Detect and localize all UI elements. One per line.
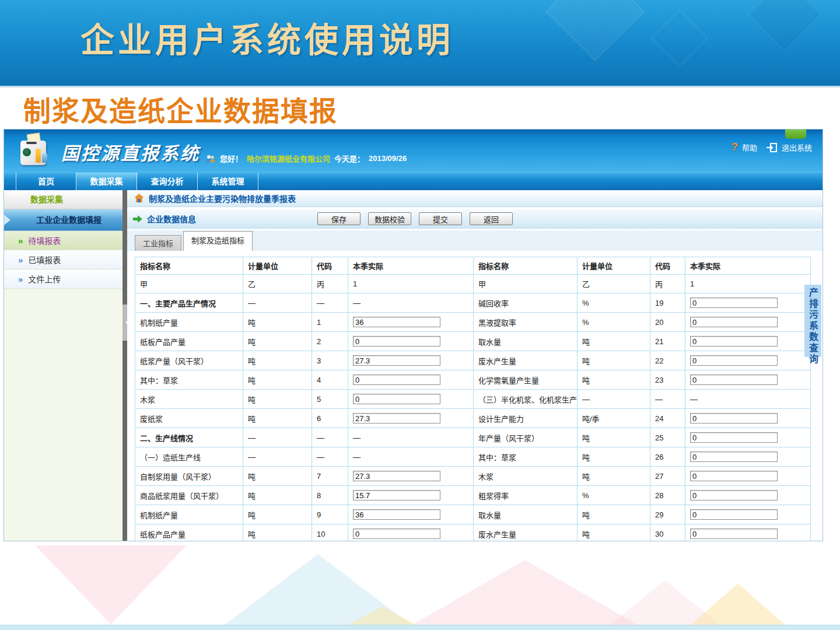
unit-cell: 吨 [578, 428, 650, 447]
quarter-actual-input[interactable] [690, 528, 778, 539]
sidebar-item[interactable]: »待填报表 [4, 231, 123, 250]
col-header: 指标名称 [135, 257, 243, 275]
code-cell: 20 [650, 313, 685, 332]
quarter-actual-cell: — [685, 390, 811, 409]
greeting-label: 您好！ [220, 153, 243, 164]
unit-cell: 吨 [578, 351, 650, 370]
decor-triangle [408, 560, 642, 627]
sidebar-splitter[interactable] [123, 190, 127, 541]
col-subheader: 1 [685, 275, 811, 293]
quarter-actual-input[interactable] [690, 336, 778, 346]
breadcrumb-label: 制浆及造纸企业主要污染物排放量季报表 [149, 192, 296, 204]
quarter-actual-cell [685, 293, 811, 313]
quarter-actual-input[interactable] [690, 471, 778, 481]
slide-subtitle: 制浆及造纸企业数据填报 [23, 89, 338, 129]
company-name: 哈尔滨铭源纸业有限公司 [247, 153, 330, 164]
return-button[interactable]: 返回 [470, 212, 513, 225]
help-link[interactable]: 帮助 [742, 142, 757, 153]
indicator-name-cell: 商品纸浆用量（风干浆） [135, 486, 243, 505]
nav-tab[interactable]: 首页 [16, 173, 76, 190]
unit-cell: 吨 [243, 409, 312, 428]
code-cell: 10 [312, 524, 348, 541]
quarter-actual-input[interactable] [353, 374, 440, 385]
tab-industrial-indicators[interactable]: 工业指标 [135, 235, 181, 251]
save-button[interactable]: 保存 [317, 212, 360, 225]
quarter-actual-input[interactable] [353, 490, 440, 501]
code-cell: 8 [312, 486, 348, 505]
indicator-name-cell: 二、生产线情况 [135, 428, 243, 447]
code-cell: 30 [650, 524, 685, 541]
quarter-actual-input[interactable] [690, 374, 778, 385]
sidebar-item[interactable]: »文件上传 [4, 270, 123, 289]
code-cell: 3 [312, 351, 348, 370]
unit-cell: 吨 [243, 467, 312, 486]
quarter-actual-input[interactable] [353, 471, 440, 481]
quarter-actual-input[interactable] [690, 432, 778, 443]
side-tab-emission-coefficient-query[interactable]: 产排污系数查询 [804, 285, 821, 357]
quarter-actual-input[interactable] [353, 509, 440, 520]
code-cell: 25 [650, 428, 685, 447]
slide-banner: 企业用户系统使用说明 [0, 0, 840, 88]
sidebar-item[interactable]: »已填报表 [4, 250, 123, 270]
tab-pulp-paper-indicators[interactable]: 制浆及造纸指标 [183, 231, 253, 251]
indicator-name-cell: （三）半化机浆、化机浆生产线 [474, 390, 578, 409]
quarter-actual-cell [348, 505, 474, 524]
collapsed-green-button[interactable] [785, 130, 806, 139]
code-cell: 28 [650, 486, 685, 505]
green-arrow-icon [133, 215, 142, 223]
quarter-actual-input[interactable] [690, 298, 778, 308]
quarter-actual-input[interactable] [690, 413, 778, 424]
table-row: 商品纸浆用量（风干浆）吨8粗浆得率%28 [135, 486, 811, 505]
indicator-table: 指标名称 计量单位 代码 本季实际 指标名称 计量单位 代码 本季实际 甲 乙 [135, 257, 811, 541]
code-cell: 22 [650, 351, 685, 370]
indicator-name-cell: 设计生产能力 [474, 409, 578, 428]
quarter-actual-cell [685, 351, 811, 370]
quarter-actual-input[interactable] [690, 317, 778, 327]
col-subheader: 丙 [312, 275, 348, 293]
quarter-actual-input[interactable] [690, 452, 778, 462]
quarter-actual-input[interactable] [353, 317, 440, 327]
unit-cell: 吨 [243, 505, 312, 524]
code-cell: 7 [312, 467, 348, 486]
logout-link[interactable]: 退出系统 [782, 142, 812, 153]
col-subheader: 1 [348, 275, 474, 293]
quarter-actual-input[interactable] [690, 490, 778, 501]
quarter-actual-cell [348, 409, 474, 428]
splitter-handle[interactable] [123, 304, 127, 341]
code-cell: 23 [650, 370, 685, 390]
table-row: 废纸浆吨6设计生产能力吨/季24 [135, 409, 811, 428]
quarter-actual-input[interactable] [353, 355, 440, 366]
col-subheader: 丙 [650, 275, 685, 293]
indicator-name-cell: 其中：草浆 [135, 370, 243, 390]
submit-button[interactable]: 提交 [419, 212, 462, 225]
indicator-name-cell: 取水量 [474, 332, 578, 351]
indicator-name-cell: 粗浆得率 [474, 486, 578, 505]
app-window: 国控源直报系统 您好！ 哈尔滨铭源纸业有限公司 今天是： 2013/09/26 … [4, 130, 822, 541]
nav-tab[interactable]: 查询分析 [137, 173, 198, 190]
quarter-actual-input[interactable] [353, 413, 440, 424]
nav-tab[interactable]: 系统管理 [198, 173, 258, 190]
code-cell: 26 [650, 447, 685, 467]
unit-cell: 吨/季 [578, 409, 650, 428]
quarter-actual-cell [348, 524, 474, 541]
sidebar: 数据采集 工业企业数据填报 »待填报表»已填报表»文件上传 [4, 190, 123, 541]
quarter-actual-input[interactable] [353, 394, 440, 404]
unit-cell: % [578, 293, 650, 313]
table-row: 纸浆产量（风干浆）吨3废水产生量吨22 [135, 351, 811, 370]
quarter-actual-cell [348, 390, 474, 409]
indicator-name-cell: 纸板产品产量 [135, 332, 243, 351]
quarter-actual-input[interactable] [353, 336, 440, 346]
quarter-actual-input[interactable] [353, 528, 440, 539]
code-cell: — [312, 428, 348, 447]
table-row: 纸板产品产量吨10废水产生量吨30 [135, 524, 811, 541]
indicator-name-cell: （一）造纸生产线 [135, 447, 243, 467]
logout-icon [766, 143, 778, 152]
quarter-actual-input[interactable] [690, 355, 778, 366]
code-cell: — [650, 390, 685, 409]
data-validate-button[interactable]: 数据校验 [368, 212, 411, 225]
nav-tab[interactable]: 数据采集 [76, 173, 137, 190]
sidebar-group-industry-data[interactable]: 工业企业数据填报 [4, 209, 123, 231]
quarter-actual-cell [685, 313, 811, 332]
quarter-actual-input[interactable] [690, 509, 778, 520]
indicator-name-cell: 碱回收率 [474, 293, 578, 313]
